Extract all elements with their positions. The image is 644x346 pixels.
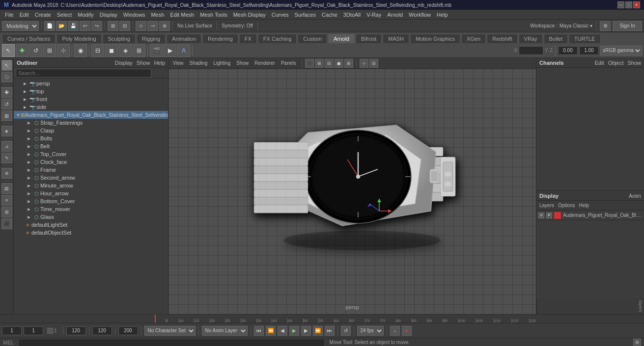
channels-show-menu[interactable]: Show xyxy=(627,60,641,66)
tree-hour-arrow[interactable]: ▶ ⬡ Hour_arrow xyxy=(14,189,168,197)
redo-btn[interactable]: ↪ xyxy=(91,21,102,31)
soft-select-btn[interactable]: ◉ xyxy=(74,44,87,57)
sign-in-btn[interactable]: Sign In xyxy=(613,21,642,31)
menu-workflow[interactable]: Workflow xyxy=(406,11,434,19)
move-tool-btn[interactable]: ✚ xyxy=(16,44,28,57)
tree-clasp[interactable]: ▶ ⬡ Clasp xyxy=(14,127,168,134)
gamma-input-2[interactable] xyxy=(579,46,599,55)
vp-show-menu[interactable]: Show xyxy=(234,60,251,66)
universal-manip-btn[interactable]: ⊹ xyxy=(57,44,70,57)
gamma-input-1[interactable] xyxy=(558,46,578,55)
tab-fx[interactable]: FX xyxy=(239,34,257,43)
status-toggle-btn[interactable]: ⚙ xyxy=(633,339,641,346)
tree-front[interactable]: ▶ 📷 front xyxy=(14,95,168,103)
tree-time-mover[interactable]: ▶ ⬡ Time_mover xyxy=(14,205,168,213)
outliner-show-menu[interactable]: Show xyxy=(137,60,150,66)
go-start-btn[interactable]: ⏮ xyxy=(254,326,264,336)
next-frame-btn[interactable]: ▶ xyxy=(301,326,311,336)
char-set-dropdown[interactable]: No Character Set xyxy=(144,326,196,336)
tree-default-object-set[interactable]: ⊛ defaultObjectSet xyxy=(14,229,168,237)
tree-default-light-set[interactable]: ⊛ defaultLightSet xyxy=(14,221,168,229)
vp-panels-menu[interactable]: Panels xyxy=(279,60,299,66)
tree-top[interactable]: ▶ 📷 top xyxy=(14,87,168,95)
tree-top-cover[interactable]: ▶ ⬡ Top_Cover xyxy=(14,150,168,158)
snap-grid-btn[interactable]: ⊹ xyxy=(136,21,146,31)
tree-bottom-cover[interactable]: ▶ ⬡ Bottom_Cover xyxy=(14,197,168,205)
key-btn[interactable]: ⬩ xyxy=(390,326,400,336)
channels-edit-menu[interactable]: Edit xyxy=(595,60,604,66)
next-key-btn[interactable]: ⏩ xyxy=(313,326,323,336)
vertical-resize-bar[interactable]: layers xyxy=(536,298,644,314)
fps-dropdown[interactable]: 24 fps xyxy=(357,326,384,336)
menu-create[interactable]: Create xyxy=(32,11,54,19)
tab-motion-graphics[interactable]: Motion Graphics xyxy=(410,34,460,43)
total-frames-input[interactable] xyxy=(118,326,138,335)
tree-bolts[interactable]: ▶ ⬡ Bolts xyxy=(14,134,168,142)
tab-redshift[interactable]: Redshift xyxy=(487,34,517,43)
rotate-btn[interactable]: ↺ xyxy=(1,99,12,109)
scale-tool-btn[interactable]: ⊞ xyxy=(43,44,56,57)
menu-windows[interactable]: Windows xyxy=(120,11,148,19)
menu-file[interactable]: File xyxy=(2,11,17,19)
vp-shade-btn[interactable]: ◼ xyxy=(335,59,343,68)
current-frame-input[interactable] xyxy=(24,326,43,335)
tab-bullet[interactable]: Bullet xyxy=(544,34,568,43)
tree-belt[interactable]: ▶ ⬡ Belt xyxy=(14,142,168,150)
tree-persp[interactable]: ▶ 📷 persp xyxy=(14,80,168,87)
menu-curves[interactable]: Curves xyxy=(269,11,292,19)
show-manip-btn[interactable]: ◈ xyxy=(1,126,12,136)
menu-mesh[interactable]: Mesh xyxy=(148,11,167,19)
anim-layer-dropdown[interactable]: No Anim Layer xyxy=(202,326,248,336)
autokey-btn[interactable]: ● xyxy=(402,326,412,336)
start-frame-input[interactable] xyxy=(2,326,22,335)
menu-edit[interactable]: Edit xyxy=(17,11,32,19)
gamma-dropdown[interactable]: sRGB gamma xyxy=(600,46,642,55)
wireframe-btn[interactable]: ⊟ xyxy=(91,44,104,57)
render-cam-btn[interactable]: 🎬 xyxy=(150,44,163,57)
menu-select[interactable]: Select xyxy=(54,11,75,19)
tree-glass[interactable]: ▶ ⬡ Glass xyxy=(14,213,168,221)
tab-animation[interactable]: Animation xyxy=(167,34,201,43)
tab-turtle[interactable]: TURTLE xyxy=(569,34,601,43)
select-mode-btn[interactable]: ↖ xyxy=(1,60,12,71)
menu-surfaces[interactable]: Surfaces xyxy=(292,11,319,19)
menu-vray[interactable]: V-Ray xyxy=(364,11,384,19)
vp-renderer-menu[interactable]: Renderer xyxy=(252,60,278,66)
snap-point-btn[interactable]: ⊛ xyxy=(159,21,170,31)
scale-btn[interactable]: ⊞ xyxy=(1,110,12,121)
tree-side[interactable]: ▶ 📷 side xyxy=(14,103,168,111)
undo-btn[interactable]: ↩ xyxy=(80,21,90,31)
smooth-shade-btn[interactable]: ◼ xyxy=(105,44,118,57)
tree-watch-group[interactable]: ▼ ⊞ Audemars_Piguet_Royal_Oak_Black_Stai… xyxy=(14,111,168,119)
menu-mesh-display[interactable]: Mesh Display xyxy=(230,11,269,19)
channel-btn[interactable]: ≡ xyxy=(1,195,12,206)
prev-frame-btn[interactable]: ◀ xyxy=(278,326,287,336)
workspace-dropdown[interactable]: Modeling xyxy=(2,21,39,31)
vp-select-btn[interactable]: ⊞ xyxy=(315,59,324,68)
texture-btn[interactable]: ⊞ xyxy=(133,44,145,57)
tab-mash[interactable]: MASH xyxy=(383,34,409,43)
tree-clock-face[interactable]: ▶ ⬡ Clock_face xyxy=(14,158,168,166)
vp-wire-btn[interactable]: ⊟ xyxy=(325,59,334,68)
node-editor-btn[interactable]: ⬛ xyxy=(1,218,12,229)
settings-btn[interactable]: ⚙ xyxy=(600,21,611,31)
vp-texture-btn[interactable]: ⊞ xyxy=(344,59,353,68)
tab-arnold[interactable]: Arnold xyxy=(328,34,355,43)
lasso-tool-btn[interactable]: ⊿ xyxy=(1,141,12,152)
select-tool-btn[interactable]: ↖ xyxy=(2,44,15,57)
attr-btn[interactable]: ⊞ xyxy=(1,207,12,217)
tab-rendering[interactable]: Rendering xyxy=(202,34,238,43)
vp-camera-btn[interactable]: 🎥 xyxy=(305,59,314,68)
layers-menu-item[interactable]: Layers xyxy=(539,203,554,208)
minimize-button[interactable]: ─ xyxy=(617,1,624,8)
tab-xgen[interactable]: XGen xyxy=(461,34,486,43)
tree-minute-arrow[interactable]: ▶ ⬡ Minute_arrow xyxy=(14,182,168,189)
viewport-canvas[interactable]: persp xyxy=(168,69,536,314)
open-file-btn[interactable]: 📂 xyxy=(56,21,67,31)
tree-frame[interactable]: ▶ ⬡ Frame xyxy=(14,166,168,174)
tab-rigging[interactable]: Rigging xyxy=(137,34,166,43)
end-frame-input-1[interactable] xyxy=(66,326,86,335)
vp-lighting-menu[interactable]: Lighting xyxy=(211,60,233,66)
close-button[interactable]: ✕ xyxy=(633,1,640,8)
end-frame-input-2[interactable] xyxy=(92,326,112,335)
